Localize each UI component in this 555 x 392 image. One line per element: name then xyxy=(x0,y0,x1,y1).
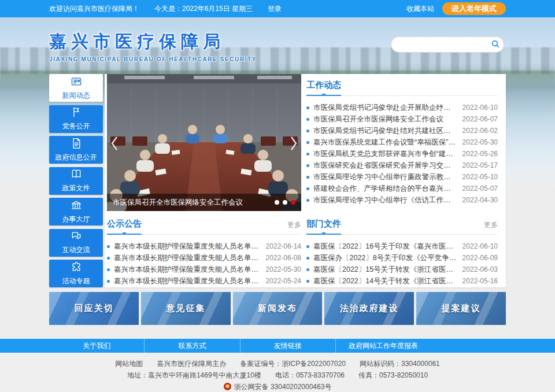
carousel-next-button[interactable] xyxy=(287,134,300,153)
puzzle-icon xyxy=(71,261,82,275)
section-header: 工作动态 xyxy=(306,79,498,96)
dept-file-item-title: 嘉医保〔2022〕15号关于转发《浙江省医疗保... xyxy=(313,265,457,275)
work-news-list: 市医保局党组书记冯俊华赴企开展助企纾困活动2022-06-10市医保局召开全市医… xyxy=(306,102,498,206)
dept-file-item-date: 2022-06-10 xyxy=(462,242,498,250)
work-news-item[interactable]: 市医保局召开全市医保网络安全工作会议2022-06-07 xyxy=(306,113,498,125)
carousel-dot-3[interactable] xyxy=(291,200,295,205)
news-carousel[interactable]: 市医保局召开全市医保网络安全工作会议 xyxy=(107,74,301,211)
dept-file-item-date: 2022-05-16 xyxy=(462,277,498,285)
newspaper-icon xyxy=(71,76,82,89)
carousel-dot-2[interactable] xyxy=(283,200,287,205)
welcome-text: 欢迎访问嘉兴市医疗保障局！ xyxy=(49,4,139,14)
footer-nav-bar: 关于我们联系方式友情链接政府网站工作年度报表 xyxy=(0,339,555,353)
notices-list: 嘉兴市本级长期护理保险重度失能人员名单公示（2...2022-06-14嘉兴市本… xyxy=(107,241,301,287)
work-news-item[interactable]: 市医保研究会赴省医保研究会开展学习交流活动2022-05-17 xyxy=(306,160,498,171)
work-news-item-date: 2022-05-26 xyxy=(462,150,498,158)
search-input[interactable] xyxy=(399,40,491,49)
sidebar-item-book[interactable]: 政策文件 xyxy=(49,167,103,195)
notice-item-date: 2022-05-24 xyxy=(266,277,301,285)
work-news-item[interactable]: 市医保局机关党总支部获评嘉兴市争创“建设清廉机...2022-05-26 xyxy=(306,148,498,160)
work-news-item-date: 2022-05-30 xyxy=(462,138,498,146)
notice-item[interactable]: 嘉兴市本级长期护理保险重度失能人员名单公示（2...2022-05-24 xyxy=(107,275,301,287)
search-icon xyxy=(491,39,500,50)
dept-file-item-title: 嘉医保办〔2022〕8号关于印发《公平竞争审查... xyxy=(313,253,457,263)
footer-nav: 关于我们联系方式友情链接政府网站工作年度报表 xyxy=(49,339,431,353)
notice-item-date: 2022-05-30 xyxy=(266,265,301,273)
work-news-item[interactable]: 嘉兴市医保系统党建工作会议暨“幸福医保”党建联...2022-05-30 xyxy=(306,136,498,148)
notice-item[interactable]: 嘉兴市本级长期护理保险重度失能人员名单公示（2...2022-06-14 xyxy=(107,241,301,252)
dept-files-more-link[interactable]: 更多 xyxy=(484,220,498,234)
footer-text-segment[interactable]: 网站地图 xyxy=(115,360,143,368)
section-title-work-news[interactable]: 工作动态 xyxy=(306,80,341,96)
notice-item[interactable]: 嘉兴市本级长期护理保险重度失能人员名单公示（2...2022-06-08 xyxy=(107,252,301,264)
sidebar-item-label: 办事大厅 xyxy=(62,215,90,224)
bullet-icon xyxy=(306,268,309,271)
bullet-icon xyxy=(107,257,110,260)
work-news-item[interactable]: 市医保局理论学习中心组举行《信访工作条例》专题...2022-04-30 xyxy=(306,194,498,206)
dept-file-item[interactable]: 嘉医保〔2022〕14号关于转发《浙江省医疗保...2022-05-16 xyxy=(306,275,498,287)
dept-file-item-date: 2022-06-03 xyxy=(462,265,498,273)
notices-more-link[interactable]: 更多 xyxy=(287,220,301,234)
login-link[interactable]: 登录 xyxy=(268,4,282,14)
security-record-text[interactable]: 浙公网安备 33040202000463号 xyxy=(234,383,332,391)
footer-nav-item-3[interactable]: 友情链接 xyxy=(240,339,336,353)
work-news-item[interactable]: 市医保局党组书记冯俊华赴结对共建社区指导全国文...2022-06-02 xyxy=(306,125,498,136)
banner-link-3[interactable]: 新闻发布 xyxy=(233,292,323,325)
sidebar-item-label: 新闻动态 xyxy=(62,91,90,101)
dept-file-item[interactable]: 嘉医保〔2022〕16号关于印发《嘉兴市医疗保...2022-06-10 xyxy=(306,241,498,252)
sidebar-item-newspaper[interactable]: 新闻动态 xyxy=(49,74,103,102)
footer-text-segment: 传真：0573-82050010 xyxy=(358,371,428,379)
site-branding: 嘉兴市医疗保障局 JIAXING MUNICIPAL BUREAU OF HEA… xyxy=(49,30,257,62)
favorite-link[interactable]: 收藏本站 xyxy=(406,4,434,14)
quick-link-banners: 回应关切意见征集新闻发布法治政府建设提案建议 xyxy=(49,292,506,325)
sidebar-item-label: 政策文件 xyxy=(62,183,90,193)
section-title-notices[interactable]: 公示公告 xyxy=(107,219,142,235)
sidebar-item-chat[interactable]: 互动交流 xyxy=(49,229,103,257)
footer-nav-item-4[interactable]: 政府网站工作年度报表 xyxy=(336,339,431,353)
bullet-icon xyxy=(107,280,110,283)
work-news-item-title: 市医保局理论学习中心组举行廉政警示教育专题学习... xyxy=(313,172,457,182)
bullet-icon xyxy=(306,130,309,132)
book-icon xyxy=(71,168,82,182)
banner-link-5[interactable]: 提案建议 xyxy=(416,292,506,325)
notice-item-title: 嘉兴市本级长期护理保险重度失能人员名单公示（2... xyxy=(114,276,260,286)
work-news-item[interactable]: 市医保局党组书记冯俊华赴企开展助企纾困活动2022-06-10 xyxy=(306,102,498,113)
elder-mode-button[interactable]: 进入老年模式 xyxy=(442,2,506,15)
dept-file-item[interactable]: 嘉医保办〔2022〕8号关于印发《公平竞争审查...2022-06-09 xyxy=(306,252,498,264)
footer-text-segment: 电话：0573-83370706 xyxy=(275,371,345,379)
banner-link-1[interactable]: 回应关切 xyxy=(49,292,139,325)
footer-text-segment: 备案证编号：浙ICP备2022007020 xyxy=(240,360,346,368)
carousel-prev-button[interactable] xyxy=(108,134,121,153)
date-text: 今天是：2022年6月15日 星期三 xyxy=(154,4,253,14)
footer-nav-item-2[interactable]: 联系方式 xyxy=(145,339,240,353)
section-title-dept-files[interactable]: 部门文件 xyxy=(306,219,341,235)
work-news-item[interactable]: 市医保局理论学习中心组举行廉政警示教育专题学习...2022-05-10 xyxy=(306,171,498,183)
carousel-caption[interactable]: 市医保局召开全市医保网络安全工作会议 xyxy=(113,198,270,208)
work-news-item-date: 2022-04-30 xyxy=(462,196,498,204)
bullet-icon xyxy=(107,245,110,248)
sidebar-item-flagdoc[interactable]: 党务公开 xyxy=(49,105,103,133)
banner-link-4[interactable]: 法治政府建设 xyxy=(324,292,414,325)
notice-item[interactable]: 嘉兴市本级长期护理保险重度失能人员名单公示（2...2022-05-30 xyxy=(107,264,301,275)
work-news-item[interactable]: 搭建校企合作、产学研相结合的平台嘉兴市长期护理...2022-05-07 xyxy=(306,183,498,194)
sidebar-item-docinfo[interactable]: 政府信息公开 xyxy=(49,136,103,164)
carousel-dot-1[interactable] xyxy=(275,200,279,205)
footer-info: 网站地图嘉兴市医疗保障局主办备案证编号：浙ICP备2022007020网站标识码… xyxy=(0,353,555,392)
section-header: 部门文件 更多 xyxy=(306,217,498,235)
work-news-item-title: 市医保研究会赴省医保研究会开展学习交流活动 xyxy=(313,161,457,171)
sidebar-item-puzzle[interactable]: 活动专题 xyxy=(49,260,103,287)
sidebar-item-bank[interactable]: 办事大厅 xyxy=(49,198,103,225)
footer-text-segment: 地址：嘉兴市中环南路1469号中南大厦10楼 xyxy=(127,371,261,379)
dept-file-item[interactable]: 嘉医保〔2022〕15号关于转发《浙江省医疗保...2022-06-03 xyxy=(306,264,498,275)
footer-nav-item-1[interactable]: 关于我们 xyxy=(49,339,145,353)
banner-link-2[interactable]: 意见征集 xyxy=(141,292,231,325)
chat-icon xyxy=(71,230,82,243)
search-box[interactable] xyxy=(391,36,504,53)
work-news-item-date: 2022-06-02 xyxy=(462,127,498,135)
main-content: 新闻动态党务公开政府信息公开政策文件办事大厅互动交流活动专题 xyxy=(49,74,506,287)
section-dept-files: 部门文件 更多 嘉医保〔2022〕16号关于印发《嘉兴市医疗保...2022-0… xyxy=(306,217,498,287)
section-work-news: 工作动态 市医保局党组书记冯俊华赴企开展助企纾困活动2022-06-10市医保局… xyxy=(306,79,498,206)
section-header: 公示公告 更多 xyxy=(107,217,301,235)
work-news-item-title: 市医保局召开全市医保网络安全工作会议 xyxy=(313,114,457,124)
search-button[interactable] xyxy=(491,39,500,50)
